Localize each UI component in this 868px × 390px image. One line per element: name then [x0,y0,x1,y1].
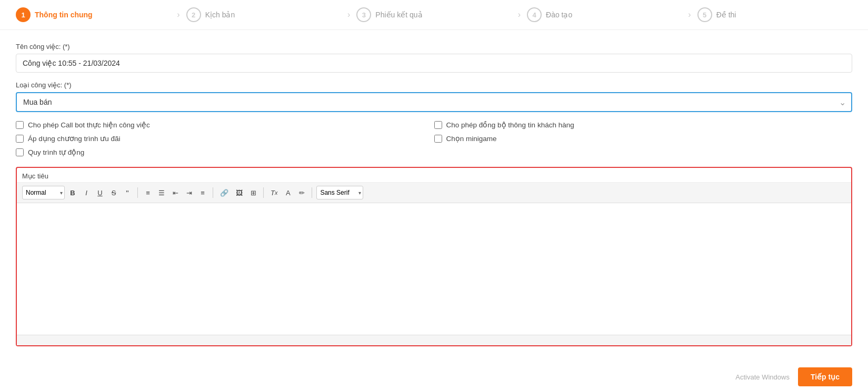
toolbar-divider-1 [137,187,138,198]
step-3[interactable]: 3 Phiếu kết quả [356,7,511,22]
align-button[interactable]: ≡ [197,186,208,199]
main-content: Tên công việc: (*) Loại công việc: (*) M… [0,30,868,359]
editor-body[interactable] [17,203,851,335]
checkbox-minigame-label: Chọn minigame [446,134,497,143]
toolbar-divider-3 [263,187,264,198]
italic-button[interactable]: I [81,186,92,199]
text-color-button[interactable]: A [282,186,294,199]
checkbox-dong-bo-label: Cho phép đồng bộ thông tin khách hàng [446,121,574,129]
step-circle-5: 5 [697,7,712,22]
checkbox-quy-trinh[interactable]: Quy trình tự động [16,148,434,156]
step-circle-2: 2 [186,7,201,22]
checkbox-minigame[interactable]: Chọn minigame [434,134,853,143]
step-arrow-3: › [518,10,521,19]
checkboxes-right: Cho phép đồng bộ thông tin khách hàng Ch… [434,121,853,162]
bold-button[interactable]: B [67,186,78,199]
step-label-2: Kịch bản [205,11,235,19]
step-4[interactable]: 4 Đào tạo [527,7,682,22]
step-2[interactable]: 2 Kịch bản [186,7,341,22]
font-select-wrapper: Sans Serif Serif Monospace [316,186,363,199]
step-label-3: Phiếu kết quả [375,11,422,19]
editor-toolbar: Normal Heading 1 Heading 2 B I U S " ≡ ☰… [17,183,851,203]
step-arrow-1: › [177,10,179,19]
activate-windows-text: Activate Windows [735,373,790,381]
indent-decrease-button[interactable]: ⇤ [169,186,181,199]
job-type-field: Loại công việc: (*) Mua bán Chăm sóc Khả… [16,81,852,112]
step-label-1: Thông tin chung [35,11,93,19]
link-button[interactable]: 🔗 [217,186,231,199]
font-select[interactable]: Sans Serif Serif Monospace [316,186,363,199]
editor-footer [17,335,851,345]
job-type-label: Loại công việc: (*) [16,81,852,89]
editor-section-label: Mục tiêu [17,168,851,183]
checkbox-minigame-input[interactable] [434,135,442,143]
job-type-select-wrapper: Mua bán Chăm sóc Khảo sát ⌄ [16,92,852,112]
checkbox-uu-dai-label: Áp dụng chương trình ưu đãi [28,134,121,143]
step-circle-1: 1 [16,7,31,22]
checkbox-callbot[interactable]: Cho phép Call bot thực hiện công việc [16,121,434,129]
unordered-list-button[interactable]: ☰ [156,186,167,199]
step-label-4: Đào tạo [546,11,572,19]
indent-increase-button[interactable]: ⇥ [183,186,195,199]
toolbar-divider-4 [312,187,312,198]
checkboxes-section: Cho phép Call bot thực hiện công việc Áp… [16,121,852,162]
step-circle-4: 4 [527,7,542,22]
underline-button[interactable]: U [94,186,106,199]
job-type-select[interactable]: Mua bán Chăm sóc Khảo sát [16,92,852,112]
checkboxes-left: Cho phép Call bot thực hiện công việc Áp… [16,121,434,162]
stepper: 1 Thông tin chung › 2 Kịch bản › 3 Phiếu… [0,0,868,30]
format-select[interactable]: Normal Heading 1 Heading 2 [22,186,65,199]
job-name-input[interactable] [16,54,852,73]
continue-button[interactable]: Tiếp tục [798,367,852,386]
ordered-list-button[interactable]: ≡ [142,186,154,199]
step-arrow-2: › [347,10,350,19]
clear-format-button[interactable]: Tx [268,186,280,199]
strikethrough-button[interactable]: S [108,186,119,199]
step-label-5: Đề thi [716,11,736,19]
job-name-field: Tên công việc: (*) [16,43,852,81]
highlight-button[interactable]: ✏ [296,186,307,199]
image-button[interactable]: 🖼 [233,186,245,199]
checkbox-dong-bo-input[interactable] [434,121,442,129]
checkbox-callbot-label: Cho phép Call bot thực hiện công việc [28,121,150,129]
page-footer: Activate Windows Tiếp tục [0,359,868,390]
toolbar-divider-2 [213,187,213,198]
job-name-label: Tên công việc: (*) [16,43,852,51]
checkbox-quy-trinh-input[interactable] [16,148,24,156]
format-select-wrapper: Normal Heading 1 Heading 2 [22,186,65,199]
checkbox-uu-dai[interactable]: Áp dụng chương trình ưu đãi [16,134,434,143]
blockquote-button[interactable]: " [122,186,133,199]
checkbox-dong-bo[interactable]: Cho phép đồng bộ thông tin khách hàng [434,121,853,129]
rich-text-editor: Mục tiêu Normal Heading 1 Heading 2 B I … [16,167,852,346]
step-1[interactable]: 1 Thông tin chung [16,7,171,22]
step-circle-3: 3 [356,7,371,22]
checkbox-uu-dai-input[interactable] [16,135,24,143]
step-5[interactable]: 5 Đề thi [697,7,852,22]
checkbox-quy-trinh-label: Quy trình tự động [28,148,84,156]
step-arrow-4: › [688,10,691,19]
checkbox-callbot-input[interactable] [16,121,24,129]
table-button[interactable]: ⊞ [247,186,259,199]
